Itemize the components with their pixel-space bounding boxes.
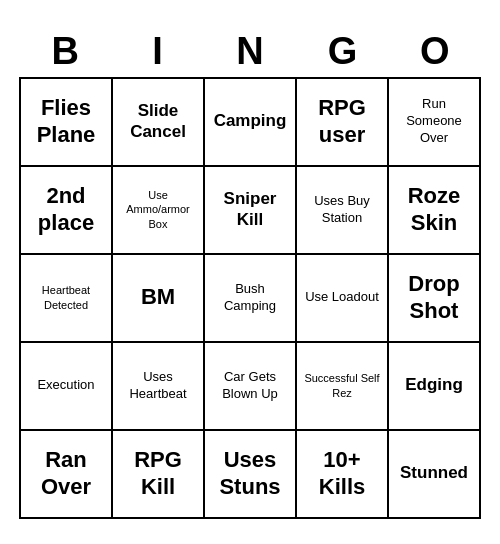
header-letter-i: I	[111, 26, 203, 77]
bingo-cell-r1-c2: Sniper Kill	[204, 166, 296, 254]
bingo-grid: Flies PlaneSlide CancelCampingRPG userRu…	[19, 77, 481, 519]
bingo-cell-r2-c2: Bush Camping	[204, 254, 296, 342]
bingo-cell-r0-c1: Slide Cancel	[112, 78, 204, 166]
bingo-cell-r0-c0: Flies Plane	[20, 78, 112, 166]
bingo-cell-r3-c4: Edging	[388, 342, 480, 430]
bingo-cell-r4-c1: RPG Kill	[112, 430, 204, 518]
bingo-cell-r1-c0: 2nd place	[20, 166, 112, 254]
bingo-cell-r0-c3: RPG user	[296, 78, 388, 166]
bingo-cell-r3-c3: Successful Self Rez	[296, 342, 388, 430]
header-letter-b: B	[19, 26, 111, 77]
bingo-cell-r3-c2: Car Gets Blown Up	[204, 342, 296, 430]
bingo-header: BINGO	[19, 26, 481, 77]
bingo-cell-r1-c1: Use Ammo/armor Box	[112, 166, 204, 254]
bingo-cell-r3-c0: Execution	[20, 342, 112, 430]
bingo-cell-r4-c2: Uses Stuns	[204, 430, 296, 518]
bingo-cell-r3-c1: Uses Heartbeat	[112, 342, 204, 430]
bingo-cell-r1-c3: Uses Buy Station	[296, 166, 388, 254]
bingo-cell-r0-c2: Camping	[204, 78, 296, 166]
bingo-cell-r2-c0: Heartbeat Detected	[20, 254, 112, 342]
bingo-cell-r4-c0: Ran Over	[20, 430, 112, 518]
header-letter-g: G	[296, 26, 388, 77]
bingo-cell-r4-c4: Stunned	[388, 430, 480, 518]
bingo-cell-r0-c4: Run Someone Over	[388, 78, 480, 166]
bingo-cell-r4-c3: 10+ Kills	[296, 430, 388, 518]
bingo-cell-r2-c4: Drop Shot	[388, 254, 480, 342]
bingo-cell-r2-c1: BM	[112, 254, 204, 342]
bingo-cell-r2-c3: Use Loadout	[296, 254, 388, 342]
header-letter-o: O	[389, 26, 481, 77]
bingo-cell-r1-c4: Roze Skin	[388, 166, 480, 254]
header-letter-n: N	[204, 26, 296, 77]
